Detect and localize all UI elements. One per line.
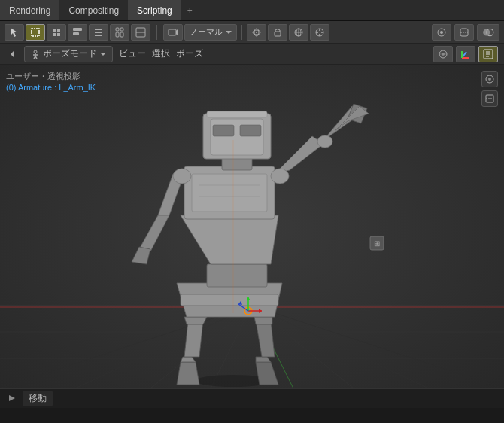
svg-text:⊞: ⊞	[374, 239, 380, 248]
svg-rect-9	[95, 35, 102, 36]
gizmo-btn[interactable]	[456, 46, 475, 62]
status-bar: 移動	[0, 388, 504, 408]
right-toolbar	[432, 24, 499, 41]
svg-point-112	[488, 78, 491, 81]
svg-rect-5	[73, 28, 82, 31]
select-box-btn[interactable]	[26, 24, 45, 41]
svg-rect-11	[120, 28, 123, 31]
viewport[interactable]: ⊞ ユーザー・透視投影 (0) Armature : L_Arm_IK	[0, 65, 504, 388]
status-arrow-icon	[8, 394, 17, 404]
separator-2	[241, 25, 242, 40]
svg-point-98	[271, 169, 289, 184]
pose-mode-dropdown[interactable]: ポーズモード	[24, 46, 113, 62]
toolbar-btn-6[interactable]	[131, 24, 150, 41]
move-btn[interactable]	[47, 24, 66, 41]
svg-marker-72	[256, 357, 271, 362]
props-btn[interactable]	[478, 46, 498, 62]
separator-1	[156, 25, 157, 40]
tab-scripting[interactable]: Scripting	[128, 0, 181, 20]
svg-rect-90	[207, 111, 267, 117]
svg-marker-92	[139, 215, 169, 251]
svg-rect-87	[211, 119, 263, 155]
svg-rect-79	[207, 264, 267, 287]
viewport-icon-1[interactable]	[481, 71, 498, 87]
robot-character: ⊞	[0, 65, 504, 388]
toolbar-row1: ノーマル	[0, 21, 504, 44]
svg-rect-1	[53, 29, 56, 32]
overlay-btn[interactable]	[432, 24, 451, 41]
orbit-btn[interactable]	[247, 24, 266, 41]
tab-compositing[interactable]: Compositing	[59, 0, 128, 20]
svg-rect-7	[95, 29, 102, 30]
svg-rect-2	[57, 29, 60, 32]
add-tab-button[interactable]: +	[181, 2, 199, 19]
svg-rect-89	[240, 125, 261, 136]
select-menu[interactable]: 選択	[152, 47, 170, 60]
svg-rect-16	[169, 29, 176, 35]
pose-menu[interactable]: ポーズ	[176, 47, 203, 60]
svg-marker-73	[184, 321, 203, 357]
snap-btn[interactable]	[310, 24, 329, 41]
view-menu[interactable]: ビュー	[119, 47, 146, 60]
svg-rect-3	[53, 33, 56, 36]
svg-marker-37	[11, 51, 14, 57]
toolbar-btn-5[interactable]	[110, 24, 129, 41]
xray-btn[interactable]	[454, 24, 474, 41]
top-menu-bar: Rendering Compositing Scripting +	[0, 0, 504, 21]
svg-rect-8	[95, 32, 102, 33]
svg-marker-80	[181, 215, 278, 264]
viewport-right-icons	[481, 71, 498, 107]
svg-marker-76	[254, 317, 272, 324]
svg-rect-0	[32, 29, 39, 36]
svg-rect-6	[73, 32, 79, 35]
cursor-tool-btn[interactable]	[5, 24, 24, 41]
svg-point-99	[317, 135, 332, 148]
viewport-overlay-btn[interactable]	[433, 46, 453, 62]
svg-rect-12	[116, 32, 119, 37]
svg-point-38	[34, 50, 37, 53]
tool-group-right: ノーマル	[163, 24, 329, 41]
svg-marker-93	[132, 247, 150, 264]
toolbar-btn-4[interactable]	[89, 24, 108, 41]
status-move-label: 移動	[23, 391, 53, 406]
svg-marker-74	[184, 317, 207, 324]
svg-marker-75	[256, 321, 275, 357]
toolbar-btn-3[interactable]	[68, 24, 87, 41]
menu-toggle-btn[interactable]	[6, 48, 18, 60]
svg-marker-71	[256, 362, 278, 385]
svg-point-32	[440, 31, 443, 34]
svg-line-42	[35, 56, 37, 59]
projection-dropdown[interactable]: ノーマル	[184, 24, 237, 41]
svg-rect-78	[181, 294, 278, 306]
svg-marker-70	[181, 357, 196, 362]
tool-group-left	[5, 24, 150, 41]
svg-point-94	[173, 169, 191, 184]
view-camera-btn[interactable]	[163, 24, 183, 41]
svg-rect-13	[120, 32, 123, 37]
tab-rendering[interactable]: Rendering	[0, 0, 59, 20]
svg-rect-4	[57, 33, 60, 36]
shading-dropdown[interactable]	[477, 24, 499, 41]
svg-marker-95	[275, 136, 323, 174]
right-toolbar-2	[433, 46, 498, 62]
svg-rect-21	[275, 32, 281, 36]
svg-rect-88	[213, 125, 234, 136]
svg-marker-69	[177, 362, 199, 385]
svg-point-20	[256, 32, 257, 33]
svg-marker-115	[9, 395, 15, 401]
svg-rect-10	[116, 28, 119, 31]
lock-btn[interactable]	[268, 24, 287, 41]
viewport-icon-2[interactable]	[481, 90, 498, 107]
toolbar-row2: ポーズモード ビュー 選択 ポーズ	[0, 44, 504, 65]
world-btn[interactable]	[289, 24, 308, 41]
svg-rect-82	[192, 174, 267, 212]
